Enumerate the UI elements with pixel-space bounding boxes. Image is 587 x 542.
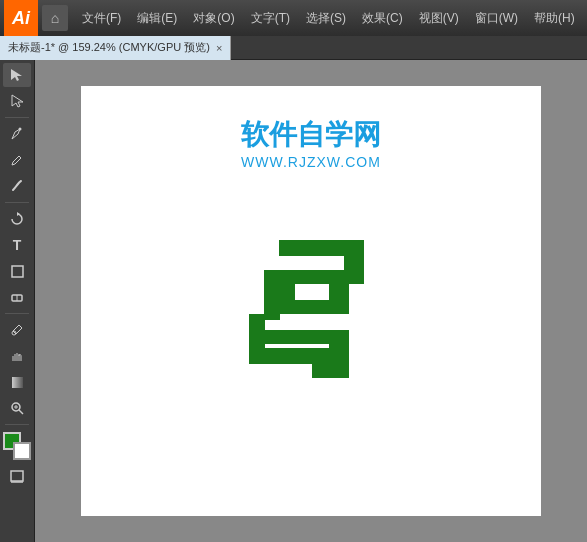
- svg-rect-14: [11, 471, 23, 481]
- svg-point-2: [19, 128, 22, 131]
- brush-tool-button[interactable]: [3, 174, 31, 198]
- menu-text[interactable]: 文字(T): [243, 6, 298, 31]
- zoom-tool-button[interactable]: [3, 396, 31, 420]
- tab-close-button[interactable]: ×: [216, 42, 222, 54]
- pen-tool-button[interactable]: [3, 122, 31, 146]
- watermark: 软件自学网 WWW.RJZXW.COM: [241, 116, 381, 170]
- gradient-tool-button[interactable]: [3, 370, 31, 394]
- toolbar: T: [0, 60, 35, 542]
- svg-rect-27: [312, 362, 349, 378]
- canvas-area[interactable]: 软件自学网 WWW.RJZXW.COM: [35, 60, 587, 542]
- menu-window[interactable]: 窗口(W): [467, 6, 526, 31]
- color-selector[interactable]: [3, 432, 31, 460]
- shape-tool-button[interactable]: [3, 259, 31, 283]
- menu-file[interactable]: 文件(F): [74, 6, 129, 31]
- svg-rect-17: [344, 240, 364, 272]
- svg-line-3: [19, 156, 21, 158]
- eyedropper-tool-button[interactable]: [3, 318, 31, 342]
- svg-rect-9: [12, 377, 23, 388]
- home-icon[interactable]: ⌂: [42, 5, 68, 31]
- china-post-logo: [224, 232, 399, 401]
- ai-logo-icon: Ai: [4, 0, 38, 36]
- document-tab[interactable]: 未标题-1* @ 159.24% (CMYK/GPU 预览) ×: [0, 36, 231, 60]
- background-color[interactable]: [13, 442, 31, 460]
- tool-separator-2: [5, 202, 29, 203]
- svg-marker-0: [11, 69, 22, 81]
- svg-rect-5: [12, 266, 23, 277]
- canvas-document: 软件自学网 WWW.RJZXW.COM: [81, 86, 541, 516]
- svg-rect-26: [249, 348, 334, 364]
- watermark-title: 软件自学网: [241, 116, 381, 154]
- tool-separator-1: [5, 117, 29, 118]
- pencil-tool-button[interactable]: [3, 148, 31, 172]
- menu-edit[interactable]: 编辑(E): [129, 6, 185, 31]
- menu-effect[interactable]: 效果(C): [354, 6, 411, 31]
- menu-object[interactable]: 对象(O): [185, 6, 242, 31]
- svg-rect-21: [329, 284, 349, 314]
- tool-separator-3: [5, 313, 29, 314]
- svg-rect-22: [279, 284, 295, 314]
- tab-label: 未标题-1* @ 159.24% (CMYK/GPU 预览): [8, 40, 210, 55]
- selection-tool-button[interactable]: [3, 63, 31, 87]
- eraser-tool-button[interactable]: [3, 285, 31, 309]
- tab-bar: 未标题-1* @ 159.24% (CMYK/GPU 预览) ×: [0, 36, 587, 60]
- title-bar: Ai ⌂ 文件(F) 编辑(E) 对象(O) 文字(T) 选择(S) 效果(C)…: [0, 0, 587, 36]
- watermark-url: WWW.RJZXW.COM: [241, 154, 381, 170]
- svg-marker-1: [12, 95, 23, 107]
- direct-selection-tool-button[interactable]: [3, 89, 31, 113]
- tool-separator-4: [5, 424, 29, 425]
- svg-line-11: [19, 410, 23, 414]
- menu-view[interactable]: 视图(V): [411, 6, 467, 31]
- rotate-tool-button[interactable]: [3, 207, 31, 231]
- main-area: T 软件自: [0, 60, 587, 542]
- menu-select[interactable]: 选择(S): [298, 6, 354, 31]
- menu-help[interactable]: 帮助(H): [526, 6, 583, 31]
- hand-tool-button[interactable]: [3, 344, 31, 368]
- screen-mode-button[interactable]: [3, 465, 31, 489]
- menu-bar: 文件(F) 编辑(E) 对象(O) 文字(T) 选择(S) 效果(C) 视图(V…: [74, 6, 583, 31]
- text-tool-button[interactable]: T: [3, 233, 31, 257]
